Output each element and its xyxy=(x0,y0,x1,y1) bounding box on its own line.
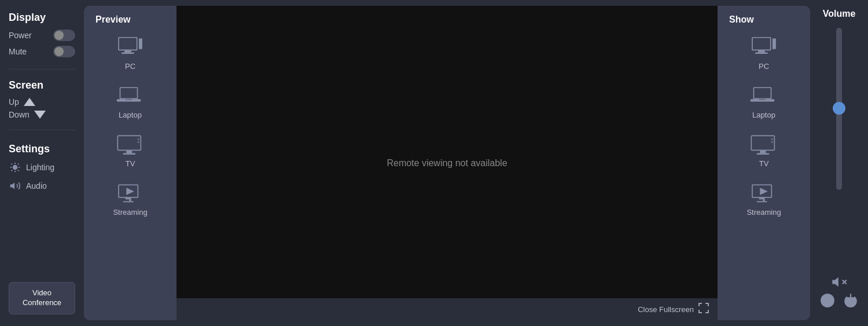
svg-rect-34 xyxy=(755,52,768,53)
svg-rect-49 xyxy=(759,197,765,199)
close-fullscreen-bar: Close Fullscreen xyxy=(176,298,718,320)
show-streaming-label: Streaming xyxy=(746,208,781,217)
preview-laptop-icon xyxy=(113,82,148,108)
preview-streaming-item[interactable]: Streaming xyxy=(90,180,171,217)
preview-streaming-label: Streaming xyxy=(113,208,147,217)
svg-rect-39 xyxy=(759,98,766,100)
preview-show-row: Preview PC xyxy=(84,6,810,320)
show-laptop-label: Laptop xyxy=(752,111,775,119)
svg-marker-9 xyxy=(10,182,15,189)
svg-rect-51 xyxy=(757,201,767,202)
power-toggle[interactable] xyxy=(53,30,75,41)
svg-rect-12 xyxy=(124,50,131,52)
svg-marker-52 xyxy=(832,277,838,287)
up-button[interactable]: Up xyxy=(9,97,75,107)
show-pc-icon xyxy=(746,34,781,60)
show-tv-item[interactable]: TV xyxy=(723,131,804,168)
preview-pc-item[interactable]: PC xyxy=(90,34,171,71)
down-label: Down xyxy=(9,110,30,119)
preview-tv-icon xyxy=(113,131,148,157)
svg-rect-14 xyxy=(139,38,142,49)
volume-thumb[interactable] xyxy=(833,102,845,115)
svg-point-45 xyxy=(771,141,773,142)
screen-section: Screen Up Down xyxy=(9,79,75,123)
show-pc-item[interactable]: PC xyxy=(723,34,804,71)
speaker-mute-icon[interactable] xyxy=(831,274,847,293)
svg-rect-22 xyxy=(123,153,136,155)
mute-toggle[interactable] xyxy=(53,46,75,57)
preview-title: Preview xyxy=(90,14,130,25)
preview-pc-icon xyxy=(113,34,148,60)
svg-point-23 xyxy=(138,138,139,140)
display-title: Display xyxy=(9,12,75,24)
settings-section: Settings Lighting xyxy=(9,143,75,198)
svg-point-56 xyxy=(827,303,828,304)
show-streaming-icon xyxy=(746,180,781,206)
svg-rect-50 xyxy=(763,199,764,201)
main-area: Preview PC xyxy=(84,6,810,320)
show-tv-icon xyxy=(746,131,781,157)
svg-rect-42 xyxy=(760,151,766,153)
up-label: Up xyxy=(9,97,19,107)
volume-track[interactable] xyxy=(836,28,842,190)
power-row: Power xyxy=(9,30,75,41)
svg-rect-20 xyxy=(118,136,140,149)
svg-rect-43 xyxy=(757,153,770,155)
help-icon[interactable] xyxy=(820,293,835,312)
divider-2 xyxy=(9,130,75,130)
lighting-icon xyxy=(9,161,21,174)
svg-line-5 xyxy=(12,164,13,165)
preview-laptop-label: Laptop xyxy=(119,111,142,119)
fullscreen-icon[interactable] xyxy=(698,303,709,316)
svg-rect-16 xyxy=(120,88,137,98)
show-tv-label: TV xyxy=(759,159,769,168)
display-section: Display Power Mute xyxy=(9,12,75,62)
video-conference-button[interactable]: Video Conference xyxy=(9,282,75,314)
svg-rect-21 xyxy=(126,151,132,153)
svg-rect-18 xyxy=(126,98,133,100)
show-laptop-item[interactable]: Laptop xyxy=(723,82,804,119)
svg-rect-41 xyxy=(752,136,774,149)
svg-rect-29 xyxy=(129,199,131,201)
svg-rect-35 xyxy=(773,38,776,49)
power-label: Power xyxy=(9,31,32,40)
settings-title: Settings xyxy=(9,143,75,155)
close-fullscreen-button[interactable]: Close Fullscreen xyxy=(638,305,694,314)
video-area: Remote viewing not available Close Fulls… xyxy=(176,6,718,320)
svg-rect-32 xyxy=(753,38,770,49)
preview-tv-label: TV xyxy=(126,159,135,168)
svg-line-7 xyxy=(18,164,19,165)
preview-tv-item[interactable]: TV xyxy=(90,131,171,168)
audio-item[interactable]: Audio xyxy=(9,180,75,192)
lighting-label: Lighting xyxy=(26,163,54,172)
show-panel: Show PC xyxy=(718,6,810,320)
volume-slider-container xyxy=(816,28,862,265)
bottom-icons xyxy=(816,293,862,317)
svg-line-6 xyxy=(18,170,19,171)
audio-icon xyxy=(9,180,21,192)
lighting-item[interactable]: Lighting xyxy=(9,161,75,174)
audio-label: Audio xyxy=(26,181,47,191)
up-arrow-icon[interactable] xyxy=(24,98,35,106)
preview-streaming-icon xyxy=(113,180,148,206)
preview-panel: Preview PC xyxy=(84,6,176,320)
svg-rect-11 xyxy=(119,38,137,49)
screen-title: Screen xyxy=(9,79,75,91)
svg-line-8 xyxy=(12,170,13,171)
right-sidebar: Volume xyxy=(810,0,868,326)
preview-pc-label: PC xyxy=(125,62,135,71)
preview-laptop-item[interactable]: Laptop xyxy=(90,82,171,119)
down-button[interactable]: Down xyxy=(9,110,75,119)
mute-label: Mute xyxy=(9,47,27,56)
show-pc-label: PC xyxy=(759,62,769,71)
show-laptop-icon xyxy=(746,82,781,108)
svg-point-44 xyxy=(771,138,773,140)
volume-title: Volume xyxy=(823,9,856,19)
svg-point-0 xyxy=(13,165,17,170)
svg-point-24 xyxy=(138,141,139,142)
left-sidebar: Display Power Mute Screen Up Down Settin… xyxy=(0,0,84,326)
down-arrow-icon[interactable] xyxy=(34,111,46,119)
svg-rect-28 xyxy=(126,197,131,199)
show-streaming-item[interactable]: Streaming xyxy=(723,180,804,217)
power-icon[interactable] xyxy=(843,293,858,312)
